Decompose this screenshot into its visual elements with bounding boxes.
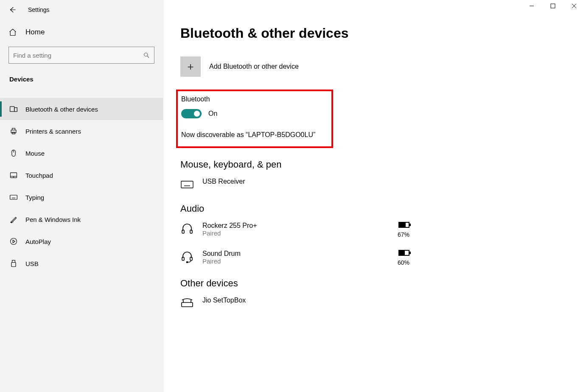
section-other-devices: Other devices (180, 278, 569, 289)
svg-rect-21 (551, 4, 555, 8)
svg-rect-24 (181, 181, 193, 188)
nav-label: Typing (25, 194, 44, 201)
back-button[interactable] (8, 6, 16, 14)
device-name: USB Receiver (202, 178, 245, 185)
nav-list: Bluetooth & other devices Printers & sca… (0, 98, 163, 274)
touchpad-icon (9, 171, 18, 179)
nav-mouse[interactable]: Mouse (0, 142, 163, 164)
home-button[interactable]: Home (0, 18, 163, 41)
svg-point-17 (11, 238, 17, 245)
headset-icon (180, 250, 194, 263)
section-mouse-keyboard-pen: Mouse, keyboard, & pen (180, 159, 569, 170)
page-title: Bluetooth & other devices (180, 25, 569, 41)
battery-icon (398, 250, 409, 256)
bluetooth-discoverable-text: Now discoverable as “LAPTOP-B5DGO0LU” (181, 131, 328, 139)
bluetooth-devices-icon (9, 105, 18, 113)
category-heading: Devices (0, 66, 163, 86)
svg-point-0 (144, 53, 148, 56)
svg-rect-1 (10, 106, 14, 112)
home-icon (8, 28, 17, 36)
nav-typing[interactable]: Typing (0, 186, 163, 208)
search-icon (143, 52, 150, 59)
device-other-0[interactable]: Jio SetTopBox (180, 297, 409, 310)
keyboard-icon (180, 178, 194, 191)
minimize-button[interactable] (529, 3, 538, 8)
nav-touchpad[interactable]: Touchpad (0, 164, 163, 186)
nav-label: Pen & Windows Ink (25, 216, 81, 223)
window-controls (529, 3, 580, 8)
maximize-button[interactable] (550, 3, 559, 8)
device-audio-1[interactable]: Sound Drum Paired 60% (180, 250, 409, 266)
nav-label: Printers & scanners (25, 128, 81, 135)
app-title: Settings (28, 6, 50, 13)
svg-rect-3 (11, 130, 16, 133)
device-status: Paired (202, 258, 241, 265)
search-field[interactable] (13, 52, 143, 59)
close-button[interactable] (572, 3, 580, 8)
nav-pen-ink[interactable]: Pen & Windows Ink (0, 208, 163, 230)
battery-icon (398, 222, 409, 228)
nav-printers-scanners[interactable]: Printers & scanners (0, 120, 163, 142)
svg-point-36 (187, 262, 188, 263)
device-usb-receiver[interactable]: USB Receiver (180, 178, 409, 191)
autoplay-icon (9, 237, 18, 246)
nav-label: AutoPlay (25, 238, 51, 245)
svg-rect-11 (10, 195, 17, 199)
svg-rect-37 (182, 302, 193, 307)
device-name: Jio SetTopBox (202, 297, 246, 304)
device-audio-0[interactable]: Rockerz 255 Pro+ Paired 67% (180, 222, 409, 238)
svg-rect-19 (11, 263, 16, 267)
nav-autoplay[interactable]: AutoPlay (0, 230, 163, 252)
nav-label: Mouse (25, 150, 45, 157)
section-audio: Audio (180, 203, 569, 214)
home-label: Home (25, 28, 45, 36)
search-input[interactable] (8, 47, 154, 64)
battery-percent: 60% (398, 259, 409, 266)
nav-label: Bluetooth & other devices (25, 106, 98, 113)
svg-rect-18 (12, 260, 15, 263)
battery-percent: 67% (398, 231, 409, 238)
main-content: Bluetooth & other devices + Add Bluetoot… (163, 0, 586, 392)
sidebar: Settings Home Devices Bluetooth & other … (0, 0, 163, 392)
keyboard-icon (9, 193, 18, 202)
headphones-icon (180, 222, 194, 235)
mouse-icon (9, 149, 18, 157)
battery-status: 60% (398, 250, 409, 266)
nav-bluetooth-other-devices[interactable]: Bluetooth & other devices (0, 98, 163, 120)
battery-status: 67% (398, 222, 409, 238)
usb-icon (9, 259, 18, 268)
bluetooth-state: On (208, 110, 217, 118)
settop-icon (180, 297, 194, 310)
svg-rect-4 (12, 128, 15, 130)
add-device-button[interactable]: + Add Bluetooth or other device (180, 56, 569, 77)
nav-label: USB (25, 260, 39, 267)
nav-usb[interactable]: USB (0, 252, 163, 274)
nav-label: Touchpad (25, 172, 53, 179)
device-name: Rockerz 255 Pro+ (202, 222, 257, 230)
device-status: Paired (202, 230, 257, 237)
printer-icon (9, 127, 18, 135)
device-name: Sound Drum (202, 250, 241, 258)
bluetooth-toggle[interactable] (181, 109, 202, 118)
svg-rect-2 (14, 108, 17, 112)
bluetooth-highlight: Bluetooth On Now discoverable as “LAPTOP… (176, 90, 333, 148)
bluetooth-heading: Bluetooth (181, 95, 328, 103)
pen-icon (9, 215, 18, 224)
add-device-label: Add Bluetooth or other device (209, 63, 299, 70)
plus-icon: + (180, 56, 201, 77)
